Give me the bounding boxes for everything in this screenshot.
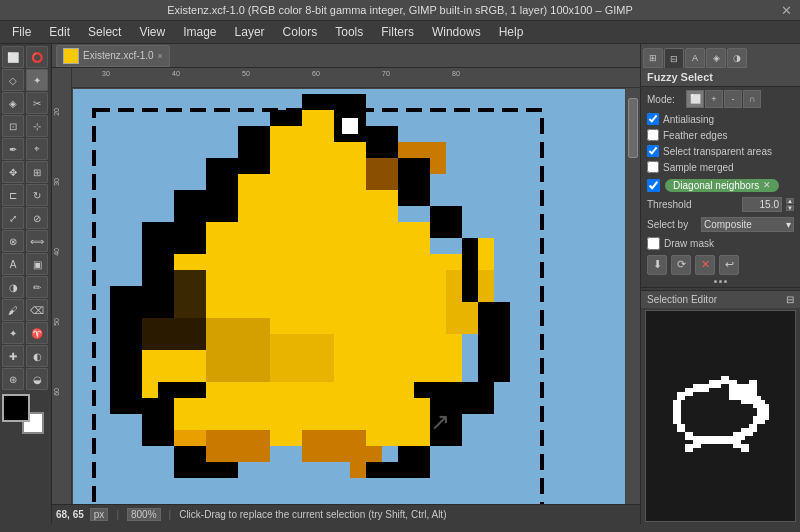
move-tool[interactable]: ✥ <box>2 161 24 183</box>
status-bar: 68, 65 px | 800% | Click-Drag to replace… <box>52 504 640 524</box>
vertical-scrollbar[interactable] <box>626 88 640 524</box>
color-picker-tool[interactable]: ✒ <box>2 138 24 160</box>
tab-icon-tools[interactable]: ⊞ <box>643 48 663 68</box>
heal-tool[interactable]: ✚ <box>2 345 24 367</box>
svg-rect-26 <box>174 270 206 318</box>
by-color-select-tool[interactable]: ◈ <box>2 92 24 114</box>
threshold-up[interactable]: ▲ <box>786 198 794 204</box>
rotate-tool[interactable]: ↻ <box>26 184 48 206</box>
menu-item-file[interactable]: File <box>4 23 39 41</box>
measure-tool[interactable]: ⌖ <box>26 138 48 160</box>
crop-tool[interactable]: ⊏ <box>2 184 24 206</box>
close-button[interactable]: ✕ <box>781 3 792 18</box>
cursor-indicator: ↗ <box>430 408 450 435</box>
menu-item-layer[interactable]: Layer <box>227 23 273 41</box>
menu-item-help[interactable]: Help <box>491 23 532 41</box>
shear-tool[interactable]: ⊘ <box>26 207 48 229</box>
sample-merged-label: Sample merged <box>663 162 794 173</box>
select-transparent-checkbox[interactable] <box>647 145 659 157</box>
paintbrush-tool[interactable]: 🖌 <box>2 299 24 321</box>
svg-rect-90 <box>685 432 693 440</box>
foreground-select-tool[interactable]: ⊡ <box>2 115 24 137</box>
svg-rect-55 <box>462 382 494 414</box>
canvas-area: Existenz.xcf-1.0 × 30 40 50 60 70 80 20 … <box>52 44 640 524</box>
draw-mask-checkbox[interactable] <box>647 237 660 250</box>
delete-button[interactable]: ✕ <box>695 255 715 275</box>
unit-selector[interactable]: px <box>90 508 109 521</box>
smudge-tool[interactable]: ⊛ <box>2 368 24 390</box>
canvas-container[interactable]: ↗ <box>72 88 626 510</box>
foreground-color-box[interactable] <box>2 394 30 422</box>
close-tab-button[interactable]: × <box>158 51 163 61</box>
dodge-burn-tool[interactable]: ◒ <box>26 368 48 390</box>
tab-icon-gradients[interactable]: ◑ <box>727 48 747 68</box>
mode-subtract[interactable]: - <box>724 90 742 108</box>
undo-button[interactable]: ↩ <box>719 255 739 275</box>
scissors-select-tool[interactable]: ✂ <box>26 92 48 114</box>
vscroll-thumb[interactable] <box>628 98 638 158</box>
threshold-down[interactable]: ▼ <box>786 205 794 211</box>
flip-tool[interactable]: ⟺ <box>26 230 48 252</box>
airbrush-tool[interactable]: ✦ <box>2 322 24 344</box>
menu-item-colors[interactable]: Colors <box>275 23 326 41</box>
ruler-h-mark-80: 80 <box>452 70 460 77</box>
select-by-label: Select by <box>647 219 697 230</box>
mode-new[interactable]: ⬜ <box>686 90 704 108</box>
more-options[interactable] <box>641 278 800 285</box>
pencil-tool[interactable]: ✏ <box>26 276 48 298</box>
feather-edges-checkbox[interactable] <box>647 129 659 141</box>
rect-select-tool[interactable]: ⬜ <box>2 46 24 68</box>
fuzzy-select-tool[interactable]: ✦ <box>26 69 48 91</box>
refresh-button[interactable]: ⟳ <box>671 255 691 275</box>
tab-icon-options[interactable]: ⊟ <box>664 48 684 68</box>
dot1 <box>714 280 717 283</box>
threshold-input[interactable] <box>742 197 782 212</box>
select-by-dropdown[interactable]: Composite ▾ <box>701 217 794 232</box>
mode-intersect[interactable]: ∩ <box>743 90 761 108</box>
duck-thumbnail <box>63 48 79 64</box>
ruler-h-mark-50: 50 <box>242 70 250 77</box>
text-tool[interactable]: A <box>2 253 24 275</box>
paths-tool[interactable]: ⊹ <box>26 115 48 137</box>
svg-rect-48 <box>110 382 142 414</box>
diagonal-neighbors-checkbox[interactable] <box>647 179 660 192</box>
bucket-fill-tool[interactable]: ▣ <box>26 253 48 275</box>
image-tab[interactable]: Existenz.xcf-1.0 × <box>56 45 170 67</box>
reset-tool-button[interactable]: ⬇ <box>647 255 667 275</box>
eraser-tool[interactable]: ⌫ <box>26 299 48 321</box>
menu-item-filters[interactable]: Filters <box>373 23 422 41</box>
menu-item-image[interactable]: Image <box>175 23 224 41</box>
menu-item-edit[interactable]: Edit <box>41 23 78 41</box>
perspective-tool[interactable]: ⊗ <box>2 230 24 252</box>
menu-item-windows[interactable]: Windows <box>424 23 489 41</box>
sample-merged-checkbox[interactable] <box>647 161 659 173</box>
menu-bar: FileEditSelectViewImageLayerColorsToolsF… <box>0 21 800 44</box>
tab-icon-patterns[interactable]: ◈ <box>706 48 726 68</box>
threshold-spinners: ▲ ▼ <box>786 198 794 211</box>
ellipse-select-tool[interactable]: ⭕ <box>26 46 48 68</box>
menu-item-view[interactable]: View <box>131 23 173 41</box>
diagonal-neighbors-remove[interactable]: ✕ <box>763 180 771 190</box>
svg-rect-41 <box>158 382 206 398</box>
menu-item-tools[interactable]: Tools <box>327 23 371 41</box>
zoom-level[interactable]: 800% <box>127 508 161 521</box>
clone-tool[interactable]: ♈ <box>26 322 48 344</box>
diagonal-neighbors-label: Diagonal neighbors <box>673 180 759 191</box>
blend-tool[interactable]: ◑ <box>2 276 24 298</box>
svg-rect-95 <box>677 392 685 400</box>
selection-editor-collapse[interactable]: ⊟ <box>786 294 794 305</box>
menu-item-select[interactable]: Select <box>80 23 129 41</box>
window-title: Existenz.xcf-1.0 (RGB color 8-bit gamma … <box>167 4 633 16</box>
duck-canvas[interactable]: ↗ <box>72 88 626 510</box>
antialiasing-checkbox[interactable] <box>647 113 659 125</box>
mode-add[interactable]: + <box>705 90 723 108</box>
select-by-chevron: ▾ <box>786 219 791 230</box>
svg-rect-19 <box>238 190 398 222</box>
blur-sharpen-tool[interactable]: ◐ <box>26 345 48 367</box>
tab-icon-brushes[interactable]: A <box>685 48 705 68</box>
dot2 <box>719 280 722 283</box>
align-tool[interactable]: ⊞ <box>26 161 48 183</box>
svg-rect-62 <box>302 94 366 110</box>
scale-tool[interactable]: ⤢ <box>2 207 24 229</box>
free-select-tool[interactable]: ◇ <box>2 69 24 91</box>
